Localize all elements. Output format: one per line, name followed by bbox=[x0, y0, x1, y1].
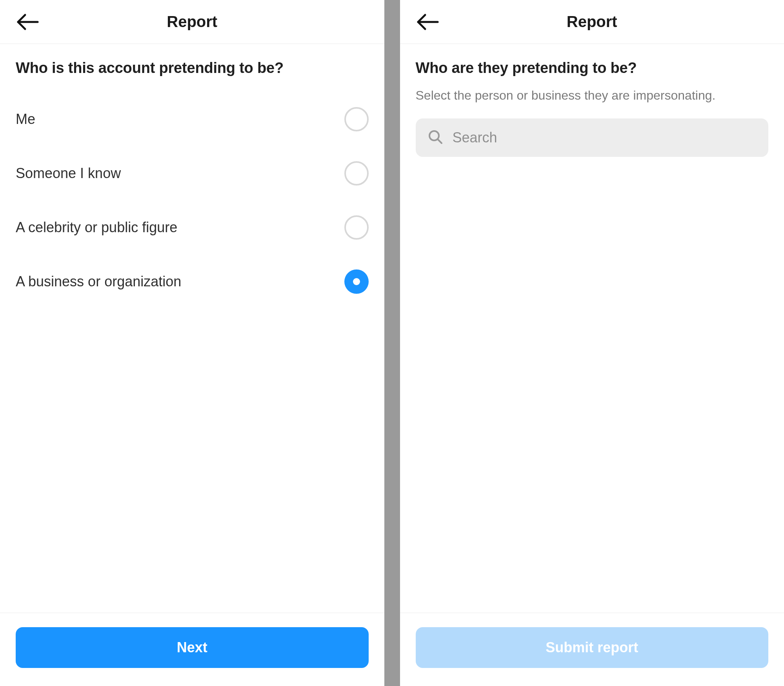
question-text: Who are they pretending to be? bbox=[416, 60, 769, 76]
search-icon bbox=[427, 129, 443, 146]
body: Who are they pretending to be? Select th… bbox=[400, 44, 784, 613]
header: Report bbox=[400, 0, 784, 44]
search-input[interactable] bbox=[453, 129, 757, 146]
back-arrow-icon[interactable] bbox=[16, 13, 39, 31]
report-screen-left: Report Who is this account pretending to… bbox=[0, 0, 384, 686]
header-title: Report bbox=[12, 13, 373, 31]
option-celebrity[interactable]: A celebrity or public figure bbox=[16, 200, 369, 255]
search-box[interactable] bbox=[416, 118, 769, 157]
back-arrow-icon[interactable] bbox=[416, 13, 439, 31]
option-business[interactable]: A business or organization bbox=[16, 255, 369, 309]
report-screen-right: Report Who are they pretending to be? Se… bbox=[400, 0, 784, 686]
option-label: Someone I know bbox=[16, 165, 121, 182]
option-someone-i-know[interactable]: Someone I know bbox=[16, 146, 369, 200]
radio-icon[interactable] bbox=[344, 107, 369, 131]
footer: Next bbox=[0, 613, 384, 686]
subtitle-text: Select the person or business they are i… bbox=[416, 88, 769, 103]
radio-icon[interactable] bbox=[344, 161, 369, 186]
footer: Submit report bbox=[400, 613, 784, 686]
option-label: A business or organization bbox=[16, 273, 181, 290]
submit-report-button[interactable]: Submit report bbox=[416, 627, 769, 668]
option-label: A celebrity or public figure bbox=[16, 219, 177, 236]
body: Who is this account pretending to be? Me… bbox=[0, 44, 384, 613]
next-button[interactable]: Next bbox=[16, 627, 369, 668]
question-text: Who is this account pretending to be? bbox=[16, 60, 369, 76]
radio-icon[interactable] bbox=[344, 269, 369, 294]
svg-line-3 bbox=[438, 139, 442, 143]
header: Report bbox=[0, 0, 384, 44]
option-label: Me bbox=[16, 111, 35, 127]
header-title: Report bbox=[412, 13, 773, 31]
radio-icon[interactable] bbox=[344, 215, 369, 240]
option-me[interactable]: Me bbox=[16, 92, 369, 146]
